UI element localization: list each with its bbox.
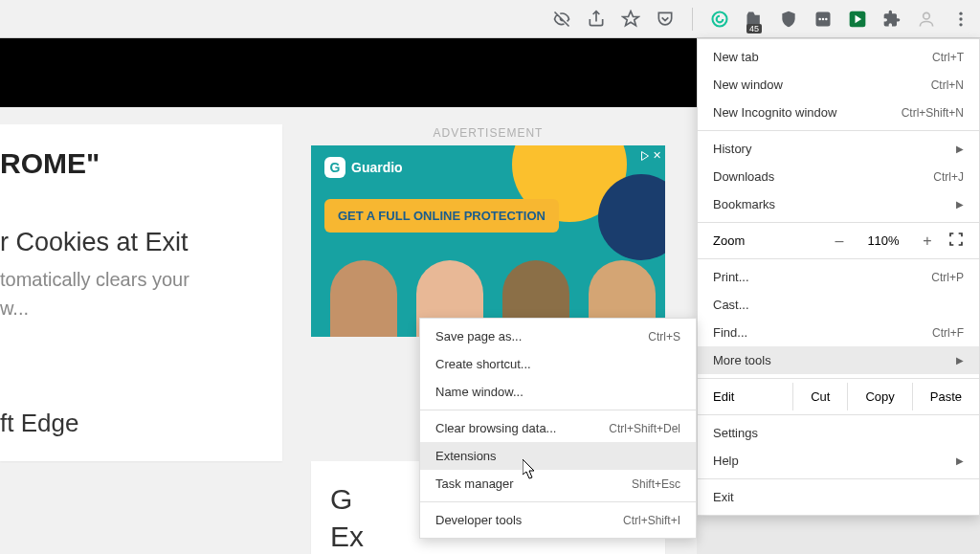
puzzle-icon[interactable] (880, 8, 903, 31)
article-edge-heading: ft Edge (0, 409, 282, 438)
share-icon[interactable] (585, 8, 608, 31)
submenu-task-manager[interactable]: Task managerShift+Esc (420, 470, 696, 498)
chevron-right-icon: ▶ (956, 455, 964, 466)
menu-dots-icon[interactable] (949, 8, 972, 31)
menu-find[interactable]: Find...Ctrl+F (698, 319, 979, 346)
chevron-right-icon: ▶ (956, 199, 964, 210)
toolbar-separator (692, 8, 693, 31)
star-icon[interactable] (619, 8, 642, 31)
extension-square-icon[interactable] (812, 8, 835, 31)
menu-exit[interactable]: Exit (698, 483, 979, 511)
menu-edit-row: Edit Cut Copy Paste (698, 383, 979, 410)
menu-zoom-row: Zoom – 110% + (698, 227, 979, 255)
profile-icon[interactable] (915, 8, 938, 31)
submenu-save-page[interactable]: Save page as...Ctrl+S (420, 322, 696, 350)
pocket-icon[interactable] (654, 8, 677, 31)
eye-off-icon[interactable] (550, 8, 573, 31)
svg-point-3 (822, 17, 825, 20)
ad-cta-button[interactable]: GET A FULL ONLINE PROTECTION (324, 199, 559, 233)
cursor-icon (523, 459, 538, 480)
guardio-icon: G (324, 157, 345, 178)
adchoices-icon[interactable]: ✕ (639, 149, 661, 162)
zoom-in-button[interactable]: + (914, 233, 941, 250)
cut-button[interactable]: Cut (792, 383, 847, 410)
edit-label: Edit (713, 383, 792, 410)
zoom-label: Zoom (713, 233, 818, 248)
left-article-panel: ROME" r Cookies at Exit tomatically clea… (0, 124, 282, 461)
chevron-right-icon: ▶ (956, 355, 964, 366)
menu-cast[interactable]: Cast... (698, 291, 979, 319)
more-tools-submenu: Save page as...Ctrl+S Create shortcut...… (419, 318, 697, 539)
menu-new-window[interactable]: New windowCtrl+N (698, 71, 979, 99)
ad-label: ADVERTISEMENT (311, 124, 665, 145)
svg-point-4 (825, 17, 828, 20)
menu-downloads[interactable]: DownloadsCtrl+J (698, 163, 979, 190)
badge-count: 45 (746, 24, 762, 33)
svg-point-0 (713, 11, 727, 26)
submenu-name-window[interactable]: Name window... (420, 378, 696, 406)
ad-creative[interactable]: G Guardio GET A FULL ONLINE PROTECTION ✕ (311, 145, 665, 337)
ad-brand: G Guardio (324, 157, 403, 178)
heading-fragment: ROME" (0, 147, 282, 228)
svg-point-9 (959, 23, 962, 26)
browser-toolbar: 45 (0, 0, 980, 38)
submenu-extensions[interactable]: Extensions (420, 442, 696, 470)
menu-new-tab[interactable]: New tabCtrl+T (698, 43, 979, 71)
menu-settings[interactable]: Settings (698, 419, 979, 447)
chrome-main-menu: New tabCtrl+T New windowCtrl+N New Incog… (697, 38, 980, 516)
play-icon[interactable] (846, 8, 869, 31)
zoom-out-button[interactable]: – (826, 233, 853, 250)
grammarly-icon[interactable] (708, 8, 731, 31)
fullscreen-icon[interactable] (948, 232, 964, 250)
menu-incognito[interactable]: New Incognito windowCtrl+Shift+N (698, 99, 979, 126)
svg-point-8 (959, 17, 962, 20)
paste-button[interactable]: Paste (912, 383, 979, 410)
chevron-right-icon: ▶ (956, 144, 964, 154)
article-body-line: w... (0, 294, 282, 322)
article-body-line: tomatically clears your (0, 265, 282, 294)
ublock-icon[interactable] (777, 8, 800, 31)
extension-icon[interactable]: 45 (743, 8, 766, 31)
menu-help[interactable]: Help▶ (698, 447, 979, 475)
advertisement-block: ADVERTISEMENT G Guardio GET A FULL ONLIN… (311, 124, 665, 337)
menu-more-tools[interactable]: More tools▶ (698, 346, 979, 374)
article-subhead: r Cookies at Exit (0, 228, 282, 265)
submenu-create-shortcut[interactable]: Create shortcut... (420, 350, 696, 378)
menu-history[interactable]: History▶ (698, 135, 979, 163)
svg-point-2 (818, 17, 821, 20)
menu-print[interactable]: Print...Ctrl+P (698, 263, 979, 291)
svg-point-7 (959, 11, 962, 14)
submenu-dev-tools[interactable]: Developer toolsCtrl+Shift+I (420, 506, 696, 534)
menu-bookmarks[interactable]: Bookmarks▶ (698, 190, 979, 218)
zoom-value: 110% (860, 233, 906, 248)
svg-point-6 (924, 12, 930, 19)
copy-button[interactable]: Copy (847, 383, 911, 410)
submenu-clear-data[interactable]: Clear browsing data...Ctrl+Shift+Del (420, 414, 696, 442)
